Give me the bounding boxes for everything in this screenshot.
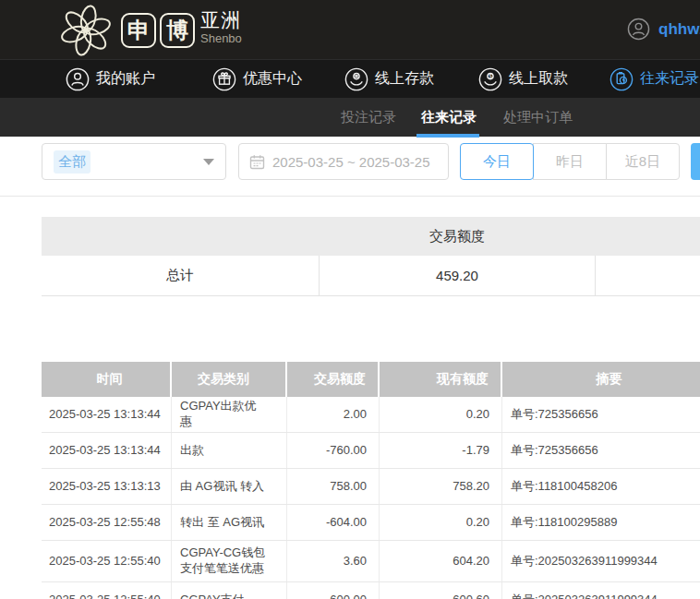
cell-amount: -604.00 <box>287 505 380 540</box>
nav-label: 我的账户 <box>96 69 155 89</box>
cell-time: 2025-03-25 12:55:48 <box>42 505 172 540</box>
col-header-time: 时间 <box>42 362 172 397</box>
category-selected-value: 全部 <box>54 150 91 174</box>
avatar-icon <box>627 18 650 41</box>
records-subnav: 投注记录 往来记录 处理中订单 <box>0 98 700 137</box>
section-divider <box>0 196 700 197</box>
nav-label: 线上取款 <box>509 69 568 89</box>
cell-amount: 758.00 <box>287 469 380 504</box>
last-8-days-button[interactable]: 近8日 <box>606 143 680 180</box>
nav-item-online-deposit[interactable]: 线上存款 <box>344 60 434 98</box>
withdraw-hand-icon: $ <box>478 67 502 91</box>
chevron-down-icon <box>203 159 214 165</box>
cell-balance: 0.20 <box>380 397 502 432</box>
svg-text:$: $ <box>489 72 492 78</box>
brand-flower-icon <box>59 3 113 56</box>
cell-time: 2025-03-25 12:55:40 <box>42 541 172 581</box>
active-tab-indicator <box>416 134 479 138</box>
cell-type: 出款 <box>172 433 287 468</box>
user-icon <box>66 67 90 91</box>
today-button[interactable]: 今日 <box>460 143 534 180</box>
cell-amount: 600.00 <box>287 582 380 599</box>
records-clipboard-icon <box>609 67 634 91</box>
col-header-amount: 交易额度 <box>287 362 380 397</box>
category-select[interactable]: 全部 <box>42 143 226 180</box>
nav-label: 线上存款 <box>375 69 434 89</box>
cell-type: CGPAY支付 <box>172 582 287 599</box>
tab-transaction-records[interactable]: 往来记录 <box>421 98 477 137</box>
summary-header-row: 交易额度 <box>42 217 700 256</box>
cell-time: 2025-03-25 13:13:13 <box>42 469 172 504</box>
quick-date-buttons: 今日 昨日 近8日 <box>460 143 680 180</box>
cell-time: 2025-03-25 13:13:44 <box>42 433 172 468</box>
cell-type: 转出 至 AG视讯 <box>172 505 287 540</box>
cell-summary: 单号:202503263911999344 <box>502 582 700 599</box>
summary-header-label: 交易额度 <box>319 217 596 256</box>
cell-balance: 604.20 <box>380 541 502 581</box>
date-range-input[interactable]: 2025-03-25 ~ 2025-03-25 <box>238 143 449 180</box>
tab-processing-orders[interactable]: 处理中订单 <box>503 98 573 137</box>
user-account-area[interactable]: qhhw2 <box>627 18 700 41</box>
cell-amount: -760.00 <box>287 433 380 468</box>
records-table: 时间 交易类别 交易额度 现有额度 摘要 2025-03-25 13:13:44… <box>42 362 700 599</box>
cell-time: 2025-03-25 12:55:40 <box>42 582 172 599</box>
yesterday-button[interactable]: 昨日 <box>533 143 607 180</box>
table-row: 2025-03-25 13:13:13 由 AG视讯 转入 758.00 758… <box>42 469 700 505</box>
cell-balance: -1.79 <box>380 433 502 468</box>
cell-balance: 758.20 <box>380 469 502 504</box>
deposit-hand-icon <box>344 67 368 91</box>
col-header-balance: 现有额度 <box>380 362 502 397</box>
nav-label: 优惠中心 <box>243 69 302 89</box>
cell-summary: 单号:118100458206 <box>502 469 700 504</box>
brand-region-en: Shenbo <box>200 32 242 44</box>
records-table-header: 时间 交易类别 交易额度 现有额度 摘要 <box>42 362 700 397</box>
col-header-type: 交易类别 <box>172 362 287 397</box>
nav-label: 往来记录 <box>640 69 699 89</box>
date-range-value: 2025-03-25 ~ 2025-03-25 <box>272 154 430 170</box>
search-button[interactable] <box>691 143 700 180</box>
username-text[interactable]: qhhw2 <box>658 20 700 39</box>
nav-item-my-account[interactable]: 我的账户 <box>66 60 155 98</box>
summary-total-label: 总计 <box>42 256 319 295</box>
calendar-icon <box>249 154 265 170</box>
nav-item-promotions[interactable]: 优惠中心 <box>212 60 302 98</box>
brand-char-bo: 博 <box>160 13 195 48</box>
summary-total-value: 459.20 <box>319 256 596 295</box>
table-row: 2025-03-25 12:55:40 CGPAY-CG钱包支付笔笔送优惠 3.… <box>42 541 700 582</box>
cell-time: 2025-03-25 13:13:44 <box>42 397 172 432</box>
cell-type: 由 AG视讯 转入 <box>172 469 287 504</box>
table-row: 2025-03-25 13:13:44 CGPAY出款优惠 2.00 0.20 … <box>42 397 700 433</box>
table-row: 2025-03-25 12:55:40 CGPAY支付 600.00 600.6… <box>42 582 700 599</box>
gift-icon <box>212 67 236 91</box>
summary-total-row: 总计 459.20 <box>42 256 700 296</box>
brand-region-cn: 亚洲 <box>200 10 242 30</box>
cell-summary: 单号:118100295889 <box>502 505 700 540</box>
cell-balance: 600.60 <box>380 582 502 599</box>
cell-summary: 单号:725356656 <box>502 433 700 468</box>
brand-char-shen: 申 <box>121 13 156 48</box>
cell-summary: 单号:725356656 <box>502 397 700 432</box>
cell-amount: 2.00 <box>287 397 380 432</box>
brand-region: 亚洲 Shenbo <box>200 10 242 44</box>
top-header-bar: 申 博 亚洲 Shenbo qhhw2 <box>0 0 700 59</box>
table-row: 2025-03-25 12:55:48 转出 至 AG视讯 -604.00 0.… <box>42 505 700 541</box>
page: 申 博 亚洲 Shenbo qhhw2 我的账户 <box>0 0 700 599</box>
nav-item-online-withdrawal[interactable]: $ 线上取款 <box>478 60 568 98</box>
nav-item-transaction-records[interactable]: 往来记录 <box>609 60 699 98</box>
col-header-summary: 摘要 <box>502 362 700 397</box>
table-row: 2025-03-25 13:13:44 出款 -760.00 -1.79 单号:… <box>42 433 700 469</box>
main-navbar: 我的账户 优惠中心 线上存款 $ <box>0 59 700 98</box>
summary-empty-cell <box>596 256 700 295</box>
cell-amount: 3.60 <box>287 541 380 581</box>
cell-type: CGPAY出款优惠 <box>172 397 287 432</box>
cell-summary: 单号:202503263911999344 <box>502 541 700 581</box>
tab-betting-records[interactable]: 投注记录 <box>341 98 396 137</box>
summary-table: 交易额度 总计 459.20 <box>42 217 700 296</box>
cell-type: CGPAY-CG钱包支付笔笔送优惠 <box>172 541 287 581</box>
cell-balance: 0.20 <box>380 505 502 540</box>
